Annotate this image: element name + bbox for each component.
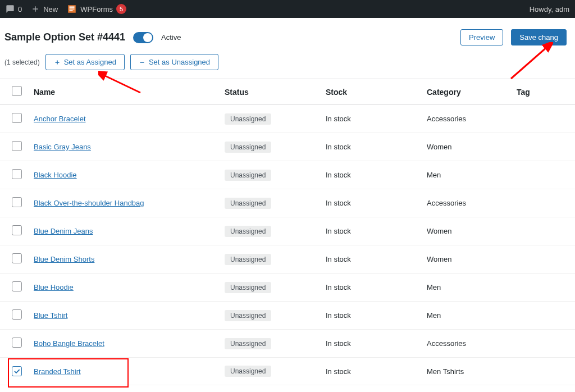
- products-table: Name Status Stock Category Tag Anchor Br…: [0, 79, 575, 385]
- status-chip: Unassigned: [225, 310, 271, 321]
- row-checkbox[interactable]: [12, 366, 22, 376]
- category-value: Men: [427, 283, 441, 291]
- table-row: Anchor Bracelet Unassigned In stock Acce…: [0, 105, 575, 133]
- set-assigned-label: Set as Assigned: [64, 58, 116, 66]
- preview-button[interactable]: Preview: [460, 29, 503, 45]
- row-checkbox[interactable]: [12, 309, 22, 320]
- product-name-link[interactable]: Blue Hoodie: [34, 283, 74, 291]
- product-name-link[interactable]: Blue Denim Jeans: [34, 227, 93, 235]
- page-title: Sample Option Set #4441: [4, 31, 125, 43]
- category-value: Accessories: [427, 199, 466, 207]
- minus-icon: [139, 59, 145, 66]
- stock-value: In stock: [326, 311, 351, 320]
- row-checkbox[interactable]: [12, 197, 22, 207]
- table-row: Blue Denim Jeans Unassigned In stock Wom…: [0, 217, 575, 245]
- header-checkbox-cell: [0, 79, 28, 105]
- category-value: Men Tshirts: [427, 367, 464, 376]
- stock-value: In stock: [326, 199, 351, 207]
- category-value: Accessories: [427, 339, 466, 348]
- comment-icon: [6, 4, 15, 13]
- stock-value: In stock: [326, 227, 351, 235]
- status-chip: Unassigned: [225, 113, 271, 125]
- select-all-checkbox[interactable]: [12, 86, 22, 96]
- category-value: Accessories: [427, 115, 466, 123]
- stock-value: In stock: [326, 143, 351, 151]
- row-checkbox[interactable]: [12, 225, 22, 235]
- stock-value: In stock: [326, 367, 351, 376]
- product-name-link[interactable]: Blue Denim Shorts: [34, 255, 94, 263]
- table-row: Boho Bangle Bracelet Unassigned In stock…: [0, 330, 575, 358]
- table-row: Blue Hoodie Unassigned In stock Men: [0, 274, 575, 302]
- table-row: Basic Gray Jeans Unassigned In stock Wom…: [0, 133, 575, 161]
- status-chip: Unassigned: [225, 366, 271, 377]
- table-row: Blue Denim Shorts Unassigned In stock Wo…: [0, 245, 575, 274]
- stock-value: In stock: [326, 255, 351, 263]
- wpforms-icon: [67, 4, 77, 14]
- status-chip: Unassigned: [225, 226, 271, 237]
- product-name-link[interactable]: Blue Tshirt: [34, 311, 67, 320]
- active-toggle[interactable]: [133, 32, 153, 43]
- admin-bar-wpforms[interactable]: WPForms 5: [67, 4, 126, 14]
- row-checkbox[interactable]: [12, 113, 22, 123]
- category-value: Women: [427, 143, 452, 151]
- category-value: Men: [427, 171, 441, 179]
- active-label: Active: [161, 33, 181, 42]
- wpforms-label: WPForms: [80, 5, 113, 13]
- header-status[interactable]: Status: [219, 79, 320, 105]
- table-row: Black Hoodie Unassigned In stock Men: [0, 161, 575, 189]
- row-checkbox[interactable]: [12, 338, 22, 348]
- row-checkbox[interactable]: [12, 169, 22, 179]
- status-chip: Unassigned: [225, 254, 271, 265]
- save-changes-button[interactable]: Save chang: [511, 29, 567, 45]
- header-row: Sample Option Set #4441 Active Preview S…: [0, 18, 575, 54]
- stock-value: In stock: [326, 115, 351, 123]
- stock-value: In stock: [326, 339, 351, 348]
- wpforms-count-badge: 5: [116, 4, 126, 14]
- set-unassigned-label: Set as Unassigned: [149, 58, 210, 66]
- stock-value: In stock: [326, 171, 351, 179]
- product-name-link[interactable]: Black Over-the-shoulder Handbag: [34, 199, 144, 207]
- row-checkbox[interactable]: [12, 141, 22, 151]
- product-name-link[interactable]: Branded Tshirt: [34, 367, 81, 376]
- header-tag[interactable]: Tag: [511, 79, 575, 105]
- category-value: Women: [427, 255, 452, 263]
- row-checkbox[interactable]: [12, 253, 22, 263]
- status-chip: Unassigned: [225, 142, 271, 153]
- howdy-label: Howdy, adm: [530, 5, 569, 13]
- admin-bar-new[interactable]: New: [31, 4, 58, 13]
- table-row: Blue Tshirt Unassigned In stock Men: [0, 302, 575, 330]
- row-checkbox[interactable]: [12, 281, 22, 291]
- category-value: Women: [427, 227, 452, 235]
- selected-count: (1 selected): [4, 58, 40, 66]
- product-name-link[interactable]: Boho Bangle Bracelet: [34, 339, 104, 348]
- table-row: Branded Tshirt Unassigned In stock Men T…: [0, 358, 575, 385]
- header-category[interactable]: Category: [421, 79, 511, 105]
- bulk-action-row: (1 selected) Set as Assigned Set as Unas…: [0, 54, 575, 79]
- product-name-link[interactable]: Anchor Bracelet: [34, 115, 86, 123]
- set-unassigned-button[interactable]: Set as Unassigned: [130, 54, 218, 70]
- product-name-link[interactable]: Black Hoodie: [34, 171, 77, 179]
- status-chip: Unassigned: [225, 170, 271, 181]
- status-chip: Unassigned: [225, 338, 271, 349]
- plus-icon: [54, 59, 61, 66]
- product-name-link[interactable]: Basic Gray Jeans: [34, 143, 91, 151]
- header-stock[interactable]: Stock: [320, 79, 421, 105]
- set-assigned-button[interactable]: Set as Assigned: [45, 54, 125, 70]
- admin-bar-comments[interactable]: 0: [6, 4, 22, 13]
- header-name[interactable]: Name: [28, 79, 219, 105]
- admin-bar: 0 New WPForms 5 Howdy, adm: [0, 0, 575, 18]
- status-chip: Unassigned: [225, 198, 271, 209]
- comments-count: 0: [18, 5, 22, 13]
- stock-value: In stock: [326, 283, 351, 291]
- plus-icon: [31, 4, 40, 13]
- table-row: Black Over-the-shoulder Handbag Unassign…: [0, 189, 575, 217]
- category-value: Men: [427, 311, 441, 320]
- new-label: New: [43, 5, 58, 13]
- admin-bar-howdy[interactable]: Howdy, adm: [530, 5, 569, 13]
- status-chip: Unassigned: [225, 282, 271, 293]
